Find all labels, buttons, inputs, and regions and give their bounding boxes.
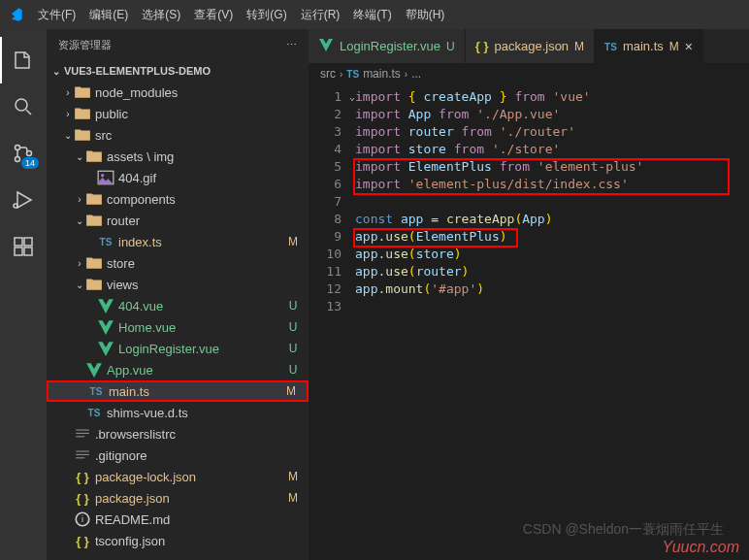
- chevron-icon: ⌄: [62, 130, 74, 141]
- tree-item[interactable]: .gitignore: [47, 445, 309, 466]
- tree-item[interactable]: 404.vueU: [47, 295, 309, 316]
- vscode-icon: [8, 7, 23, 22]
- tree-item-label: App.vue: [107, 363, 285, 378]
- menu-item[interactable]: 查看(V): [187, 8, 240, 21]
- activity-explorer[interactable]: [0, 37, 47, 83]
- tree-item[interactable]: { }package-lock.jsonM: [47, 466, 309, 487]
- ts-icon: TS: [85, 405, 103, 420]
- code-line: [355, 298, 749, 315]
- highlight-box: [353, 158, 730, 195]
- folder-icon: [85, 191, 103, 207]
- tree-item-label: package-lock.json: [95, 470, 285, 484]
- activity-extensions[interactable]: [0, 223, 47, 270]
- menubar: 文件(F)编辑(E)选择(S)查看(V)转到(G)运行(R)终端(T)帮助(H): [0, 0, 749, 29]
- svg-rect-13: [76, 433, 89, 434]
- menu-item[interactable]: 转到(G): [240, 8, 293, 21]
- chevron-right-icon: ›: [405, 69, 407, 80]
- tree-item-label: main.ts: [109, 384, 283, 399]
- project-name: VUE3-ELEMENTPLUS-DEMO: [64, 65, 211, 77]
- svg-point-4: [27, 151, 32, 156]
- git-status: M: [283, 384, 299, 398]
- code-line: import App from './App.vue': [355, 106, 749, 123]
- project-header[interactable]: ⌄ VUE3-ELEMENTPLUS-DEMO: [47, 60, 309, 82]
- highlight-box: [353, 228, 518, 247]
- line-number: 6: [309, 176, 355, 193]
- activity-search[interactable]: [0, 83, 47, 130]
- folder-icon: [85, 277, 103, 292]
- tree-item[interactable]: .browserslistrc: [47, 423, 309, 445]
- chevron-right-icon: ›: [340, 69, 342, 80]
- tab-label: main.ts: [623, 39, 664, 53]
- editor-tab[interactable]: TSmain.tsM×: [595, 29, 703, 63]
- readme-icon: i: [74, 511, 91, 527]
- menu-item[interactable]: 编辑(E): [82, 8, 135, 21]
- line-number: 4: [309, 141, 355, 158]
- tree-item[interactable]: { }tsconfig.json: [47, 530, 309, 551]
- tree-item[interactable]: Home.vueU: [47, 316, 309, 338]
- tree-item[interactable]: LoginRegister.vueU: [47, 338, 309, 359]
- sidebar-title: 资源管理器: [58, 38, 112, 52]
- tree-item[interactable]: TSmain.tsM: [47, 380, 309, 402]
- chevron-icon: ⌄: [74, 280, 85, 290]
- menu-item[interactable]: 帮助(H): [399, 8, 452, 21]
- chevron-icon: ›: [74, 194, 85, 205]
- menu-item[interactable]: 运行(R): [294, 8, 347, 21]
- img-icon: [97, 170, 114, 185]
- activity-scm[interactable]: 14: [0, 130, 47, 177]
- sidebar-header: 资源管理器 ⋯: [47, 29, 309, 60]
- git-status: M: [285, 235, 301, 248]
- tree-item[interactable]: { }package.jsonM: [47, 487, 309, 509]
- tree-item[interactable]: ›public: [47, 103, 309, 124]
- tree-item[interactable]: ⌄views: [47, 274, 309, 295]
- menu-item[interactable]: 文件(F): [31, 8, 82, 21]
- line-number: 3: [309, 123, 355, 141]
- chevron-icon: ›: [62, 87, 74, 98]
- json-icon: { }: [74, 469, 91, 484]
- git-status: U: [285, 299, 301, 313]
- editor-area: LoginRegister.vueU{ }package.jsonMTSmain…: [309, 29, 749, 560]
- line-number: 7: [309, 193, 355, 211]
- breadcrumb-part: src: [320, 67, 336, 81]
- tree-item-label: shims-vue.d.ts: [107, 406, 285, 420]
- line-number: 1⌄: [309, 88, 355, 106]
- chevron-icon: ›: [74, 258, 85, 269]
- breadcrumb[interactable]: src › TS main.ts › ...: [309, 63, 749, 84]
- breadcrumb-part: ...: [411, 67, 421, 81]
- tree-item[interactable]: ›store: [47, 252, 309, 274]
- tree-item[interactable]: ›node_modules: [47, 82, 309, 103]
- tree-item[interactable]: ⌄assets \ img: [47, 146, 309, 167]
- tree-item[interactable]: TSindex.tsM: [47, 231, 309, 252]
- activity-debug[interactable]: [0, 177, 47, 223]
- code-line: [355, 193, 749, 211]
- folder-icon: [74, 106, 91, 121]
- folder-icon: [85, 255, 103, 271]
- code-editor[interactable]: 1⌄2345678910111213 import { createApp } …: [309, 84, 749, 560]
- vue-icon: [318, 37, 334, 55]
- menu-item[interactable]: 选择(S): [135, 8, 187, 21]
- tree-item-label: 404.vue: [118, 299, 285, 313]
- git-status: U: [446, 40, 455, 53]
- tree-item[interactable]: App.vueU: [47, 359, 309, 380]
- folder-icon: [74, 127, 91, 143]
- ts-icon: TS: [604, 39, 617, 53]
- sidebar-more-icon[interactable]: ⋯: [286, 39, 297, 51]
- ts-icon: TS: [87, 383, 105, 399]
- tree-item[interactable]: ›components: [47, 188, 309, 210]
- editor-tab[interactable]: LoginRegister.vueU: [309, 29, 466, 63]
- git-status: U: [285, 363, 301, 377]
- svg-rect-6: [15, 238, 22, 246]
- svg-point-3: [16, 157, 20, 162]
- line-number: 10: [309, 246, 355, 263]
- close-icon[interactable]: ×: [685, 39, 693, 54]
- editor-tab[interactable]: { }package.jsonM: [466, 29, 595, 63]
- git-status: M: [574, 40, 584, 53]
- tree-item[interactable]: 404.gif: [47, 167, 309, 188]
- tree-item[interactable]: iREADME.md: [47, 509, 309, 530]
- tree-item[interactable]: ⌄src: [47, 124, 309, 146]
- menu-item[interactable]: 终端(T): [346, 8, 398, 21]
- scm-badge: 14: [21, 157, 39, 169]
- tree-item-label: package.json: [95, 491, 285, 506]
- tree-item-label: views: [107, 278, 285, 292]
- tree-item[interactable]: ⌄router: [47, 210, 309, 231]
- tree-item[interactable]: TSshims-vue.d.ts: [47, 402, 309, 423]
